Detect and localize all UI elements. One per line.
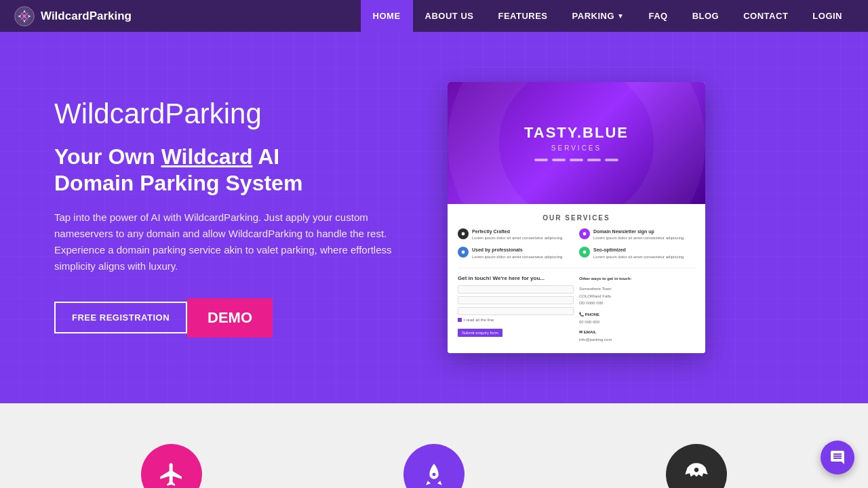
hero-mockup: TASTY.BLUE SERVICES OUR SERVICES [448, 82, 705, 354]
hero-content: WildcardParking Your Own Wildcard AIDoma… [54, 98, 407, 338]
nav-faq[interactable]: FAQ [636, 0, 679, 32]
mockup-nav-dots [524, 159, 629, 161]
feature-starting-domainers: Starting Domainers Automate the manual p… [54, 444, 290, 488]
brand-name: WildcardParking [41, 9, 132, 23]
nav-about[interactable]: ABOUT US [413, 0, 486, 32]
nav-home[interactable]: HOME [361, 0, 413, 32]
mockup-input-phone [458, 296, 574, 304]
nav-blog[interactable]: BLOG [680, 0, 732, 32]
hero-subtitle: Your Own Wildcard AIDomain Parking Syste… [54, 144, 407, 196]
logo-icon [14, 5, 35, 27]
mockup-services: Perfectly Crafted Lorem ipsum dolor sit … [458, 228, 695, 260]
mockup-site-name: TASTY.BLUE SERVICES [524, 124, 629, 152]
nav-links: HOME ABOUT US FEATURES PARKING ▼ FAQ BLO… [361, 0, 854, 32]
nav-parking[interactable]: PARKING ▼ [560, 0, 637, 32]
features-grid: Starting Domainers Automate the manual p… [54, 444, 814, 488]
mockup-input-comments [458, 307, 574, 315]
chevron-down-icon: ▼ [617, 12, 624, 20]
service-icon-1 [458, 228, 469, 239]
chat-icon [829, 449, 846, 466]
service-icon-4 [579, 247, 590, 258]
mockup-service-4: Seo-optimized Lorem ipsum dolor sit amet… [579, 247, 695, 260]
register-button[interactable]: FREE REGISTRATION [54, 302, 187, 333]
svg-point-3 [583, 232, 587, 235]
hero-brand-title: WildcardParking [54, 98, 407, 130]
mockup-input-name [458, 285, 574, 293]
mockup-service-3: Used by professionals Lorem ipsum dolor … [458, 247, 574, 260]
rocket-icon-2 [683, 461, 710, 488]
svg-point-2 [462, 232, 465, 235]
mockup-service-2: Domain Newsletter sign up Lorem ipsum do… [579, 228, 695, 241]
mockup-section-title: OUR SERVICES [458, 214, 695, 222]
nav-login[interactable]: LOGIN [800, 0, 854, 32]
feature-icon-starting [141, 444, 202, 488]
rocket-icon-1 [420, 461, 448, 488]
service-icon-3 [458, 247, 469, 258]
mockup-screenshot: TASTY.BLUE SERVICES OUR SERVICES [448, 82, 705, 354]
hero-subtitle-highlight: Wildcard [161, 144, 253, 169]
nav-brand[interactable]: WildcardParking [14, 5, 132, 27]
feature-icon-registrars [666, 444, 727, 488]
hero-section: WildcardParking Your Own Wildcard AIDoma… [0, 32, 868, 403]
feature-professional-domainers: Professional Domainers With a large doma… [317, 444, 552, 488]
plane-icon [158, 461, 185, 488]
mockup-contact-form: Get in touch! We're here for you... I re… [458, 275, 574, 343]
chat-button[interactable] [821, 441, 854, 474]
svg-point-5 [583, 250, 587, 253]
mockup-service-1: Perfectly Crafted Lorem ipsum dolor sit … [458, 228, 574, 241]
feature-registrars: Registrars Put your default name servers… [578, 444, 814, 488]
nav-contact[interactable]: CONTACT [731, 0, 800, 32]
hero-buttons: FREE REGISTRATION DEMO [54, 298, 407, 338]
hero-description: Tap into the power of AI with WildcardPa… [54, 209, 407, 274]
mockup-contact: Get in touch! We're here for you... I re… [458, 268, 695, 343]
navbar: WildcardParking HOME ABOUT US FEATURES P… [0, 0, 868, 32]
features-section: Starting Domainers Automate the manual p… [0, 403, 868, 488]
service-icon-2 [579, 228, 590, 239]
mockup-body: OUR SERVICES Perfectly Crafted Lorem ips… [448, 204, 705, 354]
hero-subtitle-part1: Your Own [54, 144, 161, 169]
feature-icon-professional [403, 444, 465, 488]
mockup-header: TASTY.BLUE SERVICES [448, 82, 705, 204]
mockup-submit-btn: Submit enquiry form [458, 329, 502, 337]
svg-point-4 [462, 250, 465, 253]
demo-button[interactable]: DEMO [187, 298, 273, 338]
nav-features[interactable]: FEATURES [486, 0, 559, 32]
mockup-contact-info: Other ways to get in touch: Somewhere To… [579, 275, 695, 343]
